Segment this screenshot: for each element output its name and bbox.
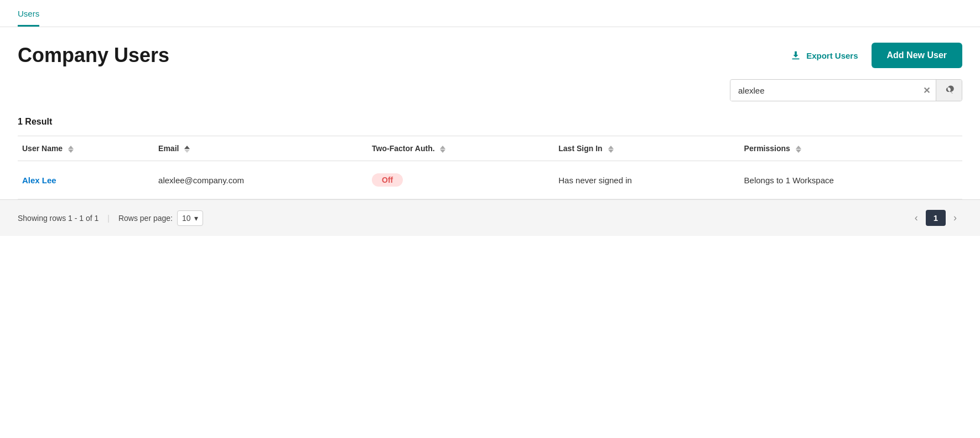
results-count: 1 Result	[0, 101, 980, 136]
cell-username: Alex Lee	[18, 161, 154, 199]
pagination-page-1[interactable]: 1	[926, 210, 946, 226]
col-email[interactable]: Email	[154, 136, 367, 161]
table-row: Alex Lee alexlee@company.com Off Has nev…	[18, 161, 962, 199]
header-actions: Export Users Add New User	[790, 43, 962, 68]
sort-lastsignin-icon	[608, 146, 614, 153]
export-icon	[790, 49, 802, 61]
cell-two-factor: Off	[367, 161, 554, 199]
pagination: ‹ 1 ›	[909, 209, 962, 227]
pagination-prev-button[interactable]: ‹	[909, 209, 924, 227]
footer-left: Showing rows 1 - 1 of 1 | Rows per page:…	[18, 210, 203, 226]
pagination-next-button[interactable]: ›	[948, 209, 962, 227]
rows-per-page: Rows per page: 10 ▾	[118, 210, 203, 226]
sort-username-icon	[68, 146, 74, 153]
table-header-row: User Name Email Two-Factor Auth.	[18, 136, 962, 161]
search-submit-button[interactable]	[936, 80, 962, 101]
rows-per-page-select[interactable]: 10 ▾	[177, 210, 203, 226]
tab-users[interactable]: Users	[18, 0, 39, 27]
search-icon	[944, 85, 954, 95]
sort-email-icon	[184, 146, 190, 153]
search-clear-button[interactable]: ✕	[917, 81, 936, 100]
cell-email: alexlee@company.com	[154, 161, 367, 199]
rows-per-page-value: 10	[182, 214, 191, 223]
search-input[interactable]	[730, 80, 917, 101]
table-wrapper: User Name Email Two-Factor Auth.	[0, 136, 980, 199]
users-table: User Name Email Two-Factor Auth.	[18, 136, 962, 199]
export-label: Export Users	[806, 51, 858, 60]
export-users-button[interactable]: Export Users	[790, 49, 858, 61]
search-area: ✕	[0, 68, 980, 101]
add-new-user-button[interactable]: Add New User	[872, 43, 962, 68]
table-footer: Showing rows 1 - 1 of 1 | Rows per page:…	[0, 199, 980, 236]
col-permissions[interactable]: Permissions	[740, 136, 962, 161]
page-title: Company Users	[18, 44, 169, 67]
col-username[interactable]: User Name	[18, 136, 154, 161]
cell-last-sign-in: Has never signed in	[554, 161, 739, 199]
sort-permissions-icon	[796, 146, 801, 153]
col-last-sign-in[interactable]: Last Sign In	[554, 136, 739, 161]
tab-bar: Users	[0, 0, 980, 27]
sort-twofactor-icon	[440, 146, 445, 153]
footer-divider: |	[107, 214, 110, 223]
rows-per-page-label: Rows per page:	[118, 214, 173, 223]
search-box: ✕	[730, 79, 962, 101]
col-two-factor[interactable]: Two-Factor Auth.	[367, 136, 554, 161]
page-header: Company Users Export Users Add New User	[0, 27, 980, 68]
user-link[interactable]: Alex Lee	[22, 176, 56, 185]
two-factor-badge: Off	[372, 173, 403, 187]
chevron-down-icon: ▾	[194, 214, 198, 223]
rows-info: Showing rows 1 - 1 of 1	[18, 214, 98, 223]
cell-permissions: Belongs to 1 Workspace	[740, 161, 962, 199]
